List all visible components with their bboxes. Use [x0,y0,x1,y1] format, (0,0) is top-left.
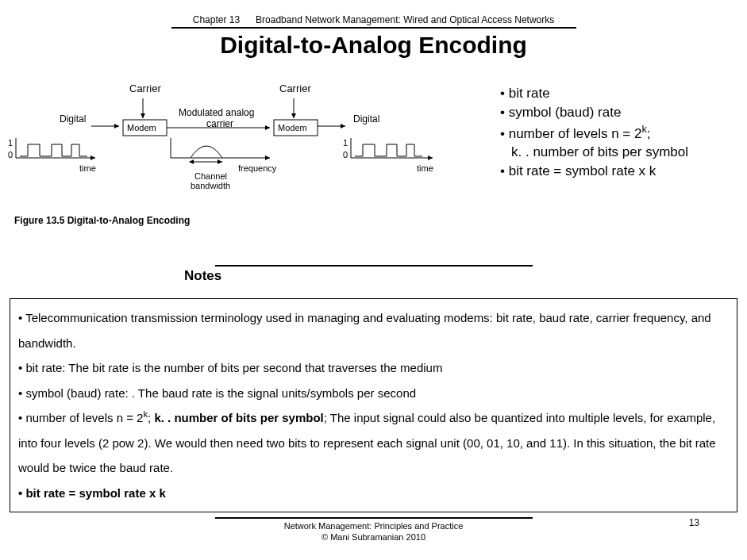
note-2: • bit rate: The bit rate is the number o… [18,355,729,381]
note-4: • number of levels n = 2k; k. . number o… [18,405,729,481]
time-2: time [417,163,433,173]
modulated-label: Modulated analog [179,107,254,118]
modem-2: Modem [278,123,307,132]
note-5: • bit rate = symbol rate x k [18,481,729,506]
axis-one-l: 1 [8,138,13,148]
diagram-area: Carrier Carrier Digital M [0,82,492,241]
digital-label-2: Digital [353,113,379,125]
footer-line2: © Mani Subramanian 2010 [322,532,425,542]
bullet-levels-indent: k. . number of bits per symbol [500,143,688,162]
carrier-label-2: Carrier [279,82,311,94]
page-number: 13 [689,517,699,528]
channel-label: Channel [194,171,227,181]
bullet-list: • bit rate • symbol (baud) rate • number… [492,82,688,241]
time-1: time [79,163,96,173]
page-title: Digital-to-Analog Encoding [0,32,747,59]
note-3: • symbol (baud) rate: . The baud rate is… [18,381,729,406]
carrier-label-1: Carrier [129,82,161,94]
axis-zero-l: 0 [8,150,13,159]
modem-1: Modem [127,123,156,132]
note-1: • Telecommunication transmission termino… [18,305,729,355]
frequency-label: frequency [238,163,277,173]
chapter-label: Chapter 13 [193,14,240,25]
bullet-symbol-rate: • symbol (baud) rate [500,103,688,122]
encoding-diagram: Digital Modem Modulated analog carrier M… [0,98,492,257]
content-row: Carrier Carrier Digital M [0,82,747,241]
axis-zero-r: 0 [343,150,348,159]
notes-box: • Telecommunication transmission termino… [10,298,737,512]
bullet-bit-rate: • bit rate [500,84,688,103]
bandwidth-label: bandwidth [191,181,230,190]
bullet-equation: • bit rate = symbol rate x k [500,162,688,181]
footer-text: Network Management: Principles and Pract… [0,520,747,543]
digital-label-1: Digital [60,113,86,125]
notes-heading: Notes [184,268,747,284]
footer-line1: Network Management: Principles and Pract… [284,521,464,531]
chapter-subtitle: Broadband Network Management: Wired and … [256,14,554,25]
slide-header: Chapter 13 Broadband Network Management:… [0,14,747,25]
bullet-levels: • number of levels n = 2k; [500,122,688,143]
notes-divider [215,265,533,267]
header-divider [171,27,576,29]
figure-caption: Figure 13.5 Digital-to-Analog Encoding [14,215,190,226]
axis-one-r: 1 [343,138,348,148]
footer-divider [215,517,533,519]
